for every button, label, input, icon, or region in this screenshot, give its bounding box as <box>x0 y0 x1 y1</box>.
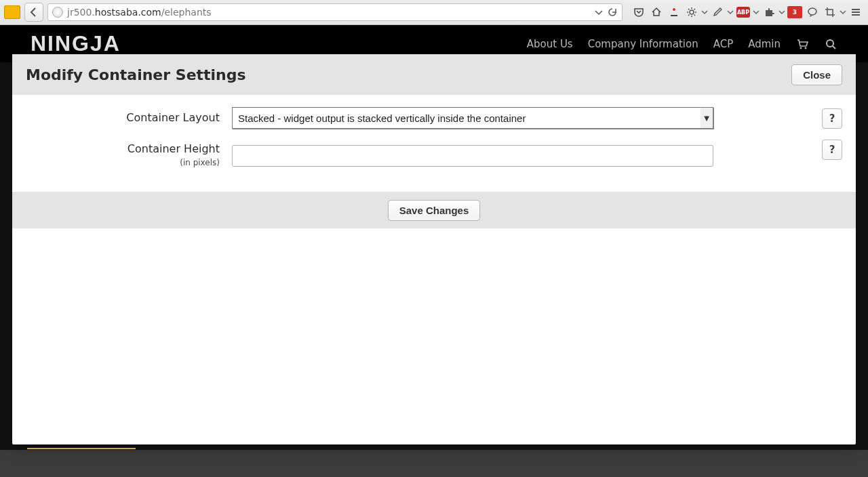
chat-icon[interactable] <box>804 4 821 20</box>
chevron-down-icon[interactable] <box>778 4 785 20</box>
eyedropper-icon[interactable] <box>709 4 726 20</box>
reload-icon[interactable] <box>607 7 618 18</box>
hamburger-icon[interactable] <box>848 4 864 20</box>
browser-toolbar: jr500.hostsaba.com/elephants ABP 3 <box>0 0 868 25</box>
chevron-down-icon[interactable] <box>727 4 734 20</box>
noscript-icon[interactable]: 3 <box>787 4 803 20</box>
svg-point-1 <box>690 10 694 14</box>
pocket-icon[interactable] <box>631 4 647 20</box>
svg-point-0 <box>673 8 675 11</box>
toolbar-extensions: ABP 3 <box>631 4 864 20</box>
url-text: jr500.hostsaba.com/elephants <box>67 7 212 18</box>
dropdown-icon[interactable] <box>593 7 604 18</box>
puzzle-icon[interactable] <box>761 4 777 20</box>
crop-icon[interactable] <box>822 4 838 20</box>
chevron-down-icon[interactable] <box>753 4 760 20</box>
abp-icon[interactable]: ABP <box>735 4 751 20</box>
svg-point-2 <box>808 8 816 15</box>
url-bar[interactable]: jr500.hostsaba.com/elephants <box>47 3 623 21</box>
bookmark-folder-icon[interactable] <box>4 5 20 19</box>
chevron-down-icon[interactable] <box>701 4 708 20</box>
chevron-down-icon[interactable] <box>840 4 846 20</box>
home-icon[interactable] <box>648 4 665 20</box>
site-identity-icon[interactable] <box>52 7 63 18</box>
back-button[interactable] <box>24 3 43 22</box>
gear-icon[interactable] <box>684 4 700 20</box>
download-icon[interactable] <box>666 4 682 20</box>
